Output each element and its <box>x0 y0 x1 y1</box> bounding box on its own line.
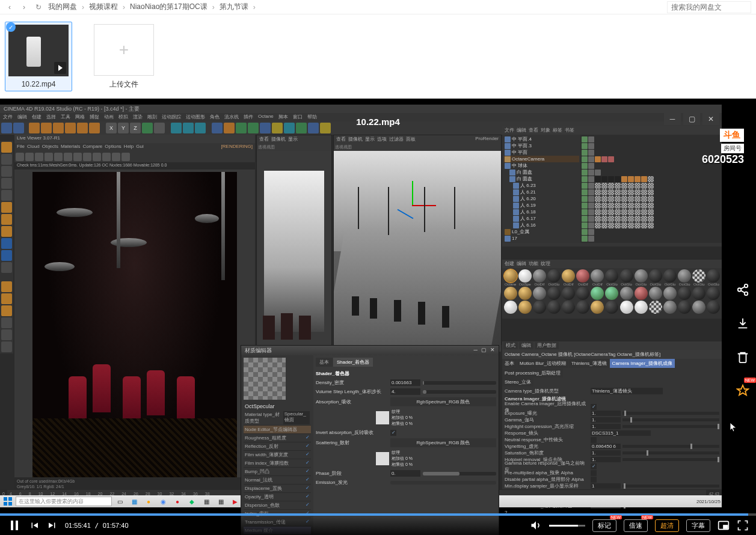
search-input[interactable] <box>667 1 751 13</box>
task-view-icon[interactable]: ▭ <box>113 496 126 507</box>
exposure-input[interactable]: 1. <box>591 411 621 416</box>
tool-icon[interactable] <box>53 123 64 133</box>
prorender-label[interactable]: ProRender <box>475 136 499 143</box>
menu-item[interactable]: 选择 <box>45 114 58 121</box>
tool-icon[interactable] <box>77 123 88 133</box>
lv-menu[interactable]: File <box>17 144 25 151</box>
hotpixel-input[interactable]: 1. <box>591 457 621 462</box>
next-button[interactable] <box>47 520 58 531</box>
lv-tool-icon[interactable] <box>16 153 24 161</box>
marker-button[interactable]: 标记NEW <box>592 519 616 532</box>
menu-item[interactable]: 创建 <box>30 114 43 121</box>
enable-imager-checkbox[interactable]: ✓ <box>591 404 597 410</box>
upload-button[interactable]: + 上传文件 <box>90 22 158 91</box>
hotpixel-slider[interactable] <box>622 458 719 461</box>
taskbar-app-icon[interactable]: ◉ <box>156 496 170 507</box>
vp-menu[interactable]: 选项 <box>377 136 387 143</box>
x-axis-icon[interactable]: X <box>106 123 117 133</box>
attr-tab[interactable]: Stereo_立体 <box>502 378 533 387</box>
taskbar-app-icon[interactable]: ▦ <box>200 496 213 507</box>
vp-menu[interactable]: 面板 <box>406 136 416 143</box>
mb-tab[interactable]: 纹理 <box>541 260 550 268</box>
om-menu[interactable]: 标签 <box>553 127 562 134</box>
download-icon[interactable] <box>732 313 754 334</box>
gamma-before-checkbox[interactable]: ✓ <box>591 463 597 469</box>
pin-icon[interactable]: NEW <box>732 380 754 402</box>
premult-checkbox[interactable] <box>591 470 597 476</box>
gamma-input[interactable]: 1. <box>591 417 621 423</box>
menu-item[interactable]: 角色 <box>208 114 221 121</box>
mode-icon[interactable] <box>1 250 12 261</box>
material-name[interactable]: OctSpecular <box>244 402 311 411</box>
camera-type-dropdown[interactable]: Thinlens_薄透镜头 <box>591 388 663 394</box>
mode-icon[interactable] <box>1 238 12 249</box>
window-minimize[interactable]: ─ <box>664 113 681 125</box>
lv-menu[interactable]: Materials <box>61 144 80 151</box>
menu-item[interactable]: 模拟 <box>117 114 130 121</box>
mode-icon[interactable] <box>1 190 12 201</box>
material-preview[interactable] <box>244 358 286 400</box>
vp-menu[interactable]: 查看 <box>259 136 269 143</box>
menu-item[interactable]: 帮助 <box>306 114 319 121</box>
window-close[interactable]: ✕ <box>702 113 719 125</box>
lv-menu[interactable]: Cloud <box>27 144 40 151</box>
mode-icon[interactable] <box>1 293 12 304</box>
highlight-slider[interactable] <box>622 425 719 428</box>
mode-icon[interactable] <box>1 214 12 225</box>
taskbar-clock[interactable]: 2021/10/25 <box>696 499 721 504</box>
primitive-icon[interactable] <box>284 123 295 133</box>
taskbar-app-icon[interactable]: ▶ <box>229 496 242 507</box>
lv-tool-icon[interactable] <box>45 153 53 161</box>
lv-tool-icon[interactable] <box>112 153 120 161</box>
nav-reload[interactable]: ↻ <box>34 2 43 12</box>
prev-button[interactable] <box>29 520 40 531</box>
y-axis-icon[interactable]: Y <box>118 123 129 133</box>
taskbar-app-icon[interactable]: ● <box>171 496 184 507</box>
highlight-input[interactable]: 1. <box>591 424 621 429</box>
scattering-swatch[interactable] <box>376 452 389 465</box>
fullscreen-icon[interactable] <box>737 519 749 531</box>
saturation-slider[interactable] <box>622 451 719 454</box>
primitive-icon[interactable] <box>296 123 307 133</box>
taskbar-app-icon[interactable]: ▦ <box>214 496 227 507</box>
lv-tool-icon[interactable] <box>121 153 130 161</box>
scattering-button[interactable]: RgbSpectrum_RGB 颜色 <box>390 438 496 447</box>
menu-item[interactable]: 窗口 <box>291 114 304 121</box>
menu-item[interactable]: 运动图形 <box>184 114 207 121</box>
lv-menu[interactable]: Gui <box>136 144 143 151</box>
crumb-3[interactable]: 第九节课 <box>220 2 248 12</box>
om-menu[interactable]: 查看 <box>529 127 538 134</box>
mode-icon[interactable] <box>1 178 12 189</box>
min-sampler-input[interactable]: 1 <box>591 483 621 489</box>
primitive-icon[interactable] <box>236 123 247 133</box>
vp-menu[interactable]: 过滤器 <box>389 136 404 143</box>
primitive-icon[interactable] <box>248 123 259 133</box>
min-sampler-slider[interactable] <box>622 485 719 488</box>
lv-menu[interactable]: Objects <box>42 144 58 151</box>
phase-slider[interactable] <box>423 472 496 475</box>
menu-item[interactable]: 捕捉 <box>88 114 101 121</box>
mode-icon[interactable] <box>1 226 12 237</box>
phase-input[interactable]: 0. <box>390 470 420 477</box>
tool-icon[interactable] <box>154 123 165 133</box>
render-icon[interactable] <box>183 123 194 133</box>
density-slider[interactable] <box>423 381 496 385</box>
lv-menu[interactable]: Options <box>105 144 121 151</box>
volume-slider[interactable] <box>549 525 585 527</box>
vp-menu[interactable]: 摄像机 <box>348 136 363 143</box>
mode-icon[interactable] <box>1 166 12 177</box>
mode-icon[interactable] <box>1 329 12 340</box>
primitive-icon[interactable] <box>320 123 331 133</box>
mode-icon[interactable] <box>1 142 12 153</box>
start-button[interactable] <box>1 496 14 507</box>
vp-menu[interactable]: 摄像机 <box>271 136 286 143</box>
render-icon[interactable] <box>171 123 182 133</box>
play-pause-button[interactable] <box>7 518 22 533</box>
menu-item[interactable]: 渲染 <box>131 114 144 121</box>
lv-menu[interactable]: Help <box>124 144 134 151</box>
subtitle-button[interactable]: 字幕 <box>686 519 710 532</box>
mode-icon[interactable] <box>1 281 12 292</box>
menu-item[interactable]: 工具 <box>59 114 72 121</box>
taskbar-app-icon[interactable]: ● <box>142 496 155 507</box>
nav-forward[interactable]: › <box>19 2 29 12</box>
